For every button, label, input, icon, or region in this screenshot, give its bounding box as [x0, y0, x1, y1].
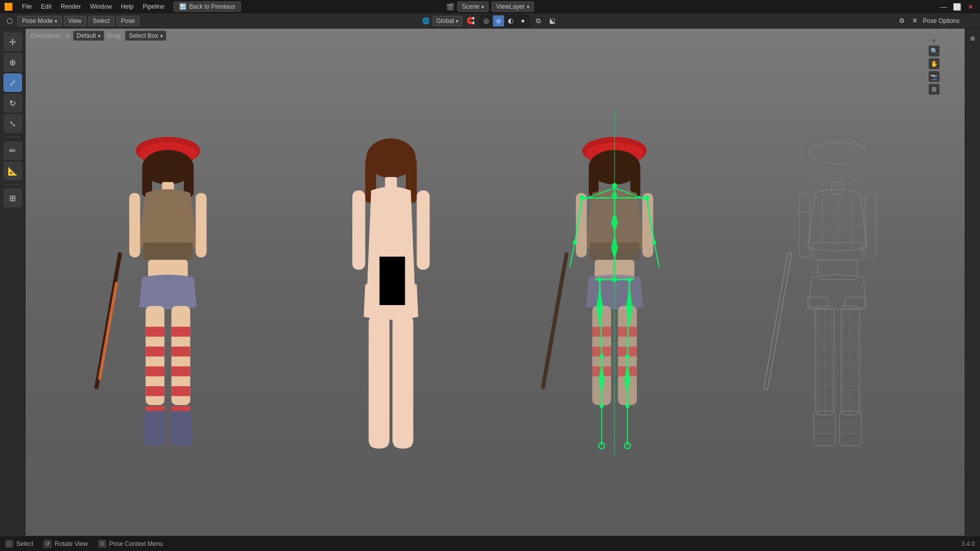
orientation-dropdown[interactable]: Default	[73, 31, 104, 41]
scene-dropdown[interactable]: Scene	[457, 2, 488, 12]
pan-gizmo-button[interactable]: ✋	[928, 58, 940, 69]
svg-point-34	[370, 441, 388, 449]
svg-rect-9	[145, 327, 164, 336]
select-label: Select	[16, 540, 33, 547]
svg-line-58	[570, 242, 575, 267]
character-3-rigged	[535, 109, 694, 456]
drag-dropdown[interactable]: Select Box	[125, 31, 166, 41]
close-button[interactable]: ✕	[965, 1, 976, 12]
solid-shading-button[interactable]: ◉	[493, 15, 504, 27]
character-1-clothed	[89, 109, 247, 456]
global-dropdown[interactable]: Global	[433, 16, 462, 26]
pose-context-label: Pose Context Menu	[109, 540, 163, 547]
rotate-tool-button[interactable]: ↻	[4, 94, 22, 112]
character-4-wireframe	[758, 109, 917, 456]
svg-point-80	[600, 404, 604, 408]
minimize-button[interactable]: —	[938, 1, 949, 12]
svg-line-106	[832, 306, 833, 415]
svg-rect-21	[170, 411, 192, 446]
svg-rect-25	[98, 282, 118, 380]
status-rotate-view: ↺ Rotate View	[43, 540, 87, 548]
orientation-chevron-icon	[98, 32, 101, 39]
svg-rect-91	[541, 252, 569, 389]
svg-rect-24	[94, 252, 122, 389]
svg-rect-31	[393, 314, 413, 448]
grid-gizmo-button[interactable]: ⊞	[928, 84, 940, 95]
camera-gizmo-button[interactable]: 📷	[928, 71, 940, 82]
menu-pipeline[interactable]: Pipeline	[139, 2, 169, 11]
menu-help[interactable]: Help	[117, 2, 138, 11]
svg-rect-10	[145, 346, 164, 356]
svg-point-73	[644, 195, 649, 201]
right-panel-btn-1[interactable]: ⊞	[967, 33, 978, 44]
menu-render[interactable]: Render	[57, 2, 85, 11]
svg-rect-6	[143, 242, 192, 260]
navigation-gizmo[interactable]: Z Y 🔍 ✋ 📷 ⊞	[914, 39, 954, 95]
measure-tool-button[interactable]: 📐	[4, 162, 22, 180]
render-shading-button[interactable]: ●	[517, 15, 528, 27]
svg-rect-22	[129, 193, 140, 257]
character-4-svg	[758, 109, 917, 456]
move-tool-button[interactable]: ⤢	[4, 73, 22, 92]
close-panel-icon[interactable]: ✕	[910, 15, 921, 27]
version-info: 3.4.0	[961, 540, 975, 547]
svg-rect-122	[840, 411, 862, 446]
cursor-tool-button[interactable]: ⊕	[4, 53, 22, 71]
viewlayer-chevron-icon	[527, 3, 529, 10]
svg-rect-32	[352, 190, 365, 269]
zoom-gizmo-button[interactable]: 🔍	[928, 45, 940, 57]
view-type-icon[interactable]: ⬡	[4, 15, 15, 27]
character-1-svg	[89, 109, 247, 456]
svg-line-115	[857, 306, 859, 415]
overlay-button[interactable]: ⧉	[532, 15, 544, 27]
right-panel: ⊞	[965, 29, 980, 536]
view-menu[interactable]: View	[64, 16, 86, 26]
menu-file[interactable]: File	[18, 2, 36, 11]
3d-viewport[interactable]: Z Y 🔍 ✋ 📷 ⊞	[26, 29, 980, 536]
svg-rect-18	[172, 386, 190, 396]
svg-line-60	[654, 242, 659, 267]
scale-tool-button[interactable]: ⤡	[4, 114, 22, 133]
svg-point-35	[394, 441, 412, 449]
xray-button[interactable]: ⬕	[547, 15, 558, 27]
svg-rect-135	[764, 252, 792, 389]
pose-context-icon: ⊡	[98, 540, 106, 548]
svg-rect-102	[818, 260, 857, 280]
back-to-previous-button[interactable]: 🔙 Back to Previous	[174, 2, 240, 12]
wire-shading-button[interactable]: ◎	[480, 15, 492, 27]
crosshair-vertical	[614, 109, 615, 456]
svg-point-76	[598, 278, 602, 282]
left-toolbar: ✛ ⊕ ⤢ ↻ ⤡ ✏ 📐 ⊞	[0, 29, 26, 536]
pose-menu[interactable]: Pose	[116, 16, 139, 26]
maximize-button[interactable]: ⬜	[951, 1, 963, 12]
svg-line-95	[822, 193, 823, 247]
tool-separator-2	[5, 184, 20, 185]
svg-point-74	[573, 240, 577, 244]
pose-mode-dropdown[interactable]: Pose Mode	[17, 16, 62, 26]
rotate-view-label: Rotate View	[55, 540, 87, 547]
annotate-tool-button[interactable]: ✏	[4, 141, 22, 160]
svg-point-77	[627, 278, 631, 282]
svg-rect-33	[417, 190, 430, 269]
status-select: ⬡ Select	[5, 540, 33, 548]
svg-point-93	[809, 142, 867, 164]
viewlayer-dropdown[interactable]: ViewLayer	[492, 2, 534, 12]
editor-type-icon[interactable]: ⚙	[896, 15, 908, 27]
select-menu[interactable]: Select	[88, 16, 114, 26]
top-menu-bar: 🟧 File Edit Render Window Help Pipeline …	[0, 0, 980, 13]
svg-point-92	[805, 137, 870, 164]
material-shading-button[interactable]: ◐	[505, 15, 516, 27]
back-to-previous-label: Back to Previous	[189, 3, 235, 10]
menu-edit[interactable]: Edit	[37, 2, 56, 11]
snap-icon[interactable]: 🧲	[465, 15, 476, 27]
svg-line-113	[843, 306, 844, 415]
global-icon: 🌐	[422, 17, 430, 24]
characters-container	[26, 29, 980, 536]
select-box-tool-button[interactable]: ✛	[4, 33, 22, 51]
svg-rect-16	[172, 346, 190, 356]
svg-line-104	[817, 306, 818, 415]
transform-tool-button[interactable]: ⊞	[4, 189, 22, 207]
svg-point-75	[652, 240, 656, 244]
scene-icon: 🎬	[446, 3, 454, 11]
menu-window[interactable]: Window	[86, 2, 116, 11]
